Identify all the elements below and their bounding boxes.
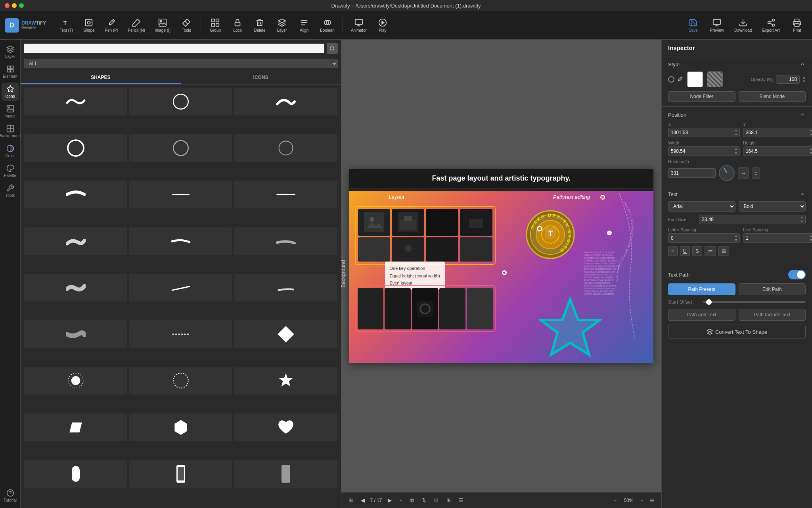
tab-icons[interactable]: ICONS	[181, 71, 341, 84]
font-size-down[interactable]: ▼	[800, 219, 804, 224]
shape-brush-2[interactable]	[234, 88, 337, 115]
add-page-button[interactable]: +	[397, 496, 405, 504]
line-spacing-input[interactable]	[743, 234, 808, 242]
shape-brush-5[interactable]	[129, 227, 232, 255]
sidebar-item-layer[interactable]: Layer	[2, 43, 19, 61]
toolbar-tools[interactable]: Tools	[176, 16, 197, 35]
node-filter-button[interactable]: Node Filter	[668, 91, 735, 102]
path-add-text-button[interactable]: Path Add Text	[668, 309, 735, 321]
shape-heart[interactable]	[234, 414, 337, 441]
toolbar-boolean[interactable]: Boolean	[316, 16, 339, 35]
duplicate-page-button[interactable]: ⧉	[408, 496, 416, 505]
grid-view-button[interactable]: ⊞	[346, 496, 355, 504]
sidebar-item-background[interactable]: Background	[2, 122, 19, 140]
x-input[interactable]	[668, 128, 733, 137]
toolbar-align[interactable]: Align	[294, 16, 314, 35]
shape-star-of-david[interactable]	[234, 367, 337, 394]
strikethrough-button[interactable]: S	[692, 246, 702, 256]
shape-brush-1[interactable]	[24, 88, 127, 115]
control-point-3[interactable]	[607, 231, 612, 235]
shape-line-1[interactable]	[129, 181, 232, 208]
table-button[interactable]: ⊞	[718, 246, 729, 256]
control-point-2[interactable]	[537, 226, 542, 231]
shape-brush-6[interactable]	[234, 227, 337, 255]
bullet-button[interactable]: ≔	[705, 246, 716, 256]
toolbar-download[interactable]: Download	[730, 16, 756, 35]
shape-brush-7[interactable]	[24, 274, 127, 302]
sidebar-item-tutorial[interactable]: Tutorial	[2, 487, 19, 505]
toolbar-group[interactable]: Group	[205, 16, 226, 35]
opacity-input[interactable]	[776, 75, 800, 84]
path-presets-button[interactable]: Path Presets	[668, 283, 735, 295]
next-page-button[interactable]: ▶	[385, 496, 394, 504]
toolbar-save[interactable]: Save	[683, 16, 703, 35]
text-collapse-icon[interactable]	[799, 191, 806, 197]
window-controls[interactable]	[5, 3, 24, 8]
toolbar-layer[interactable]: Layer	[272, 16, 292, 35]
toolbar-delete[interactable]: Delete	[249, 16, 270, 35]
shape-circle-ring-1[interactable]	[24, 134, 127, 162]
text-path-toggle[interactable]	[788, 270, 806, 279]
filter-select[interactable]: ALL Lines Circles Shapes	[24, 59, 338, 68]
height-down[interactable]: ▼	[809, 151, 812, 156]
y-input[interactable]	[743, 128, 808, 137]
font-size-up[interactable]: ▲	[800, 215, 804, 219]
font-weight-select[interactable]: Bold Regular Italic	[739, 201, 806, 212]
offset-slider[interactable]	[703, 301, 806, 303]
toolbar-pencil[interactable]: Pencil (N)	[124, 16, 149, 35]
tab-shapes[interactable]: SHAPES	[21, 71, 181, 84]
prev-page-button[interactable]: ◀	[358, 496, 367, 504]
opacity-up[interactable]: ▲	[802, 75, 806, 79]
fill-type-none[interactable]	[668, 76, 674, 83]
shape-circle-ring-3[interactable]	[234, 134, 337, 162]
width-input[interactable]	[668, 147, 733, 156]
path-include-text-button[interactable]: Path Include Text	[739, 309, 806, 321]
shape-phone-2[interactable]	[234, 460, 337, 488]
toolbar-print[interactable]: Print	[787, 16, 807, 35]
opacity-down[interactable]: ▼	[802, 79, 806, 83]
shape-pill[interactable]	[24, 460, 127, 488]
fill-type-pencil[interactable]	[677, 76, 683, 83]
fit-button[interactable]: ⊕	[647, 496, 657, 504]
search-input[interactable]	[24, 44, 324, 53]
letter-spacing-input[interactable]	[668, 234, 733, 242]
toolbar-export[interactable]: Export Ani	[758, 16, 784, 35]
ls-up[interactable]: ▲	[734, 234, 738, 238]
toolbar-image[interactable]: Image (I)	[151, 16, 174, 35]
toolbar-animator[interactable]: Animator	[347, 16, 371, 35]
offset-knob[interactable]	[706, 299, 712, 305]
close-button[interactable]	[5, 3, 10, 8]
toolbar-text[interactable]: T Text (T)	[56, 16, 77, 35]
edit-path-button[interactable]: Edit Path	[739, 283, 806, 295]
shape-phone[interactable]	[129, 460, 232, 488]
width-down[interactable]: ▼	[734, 151, 738, 156]
y-down[interactable]: ▼	[809, 133, 812, 137]
minimize-button[interactable]	[12, 3, 17, 8]
maximize-button[interactable]	[19, 3, 24, 8]
shape-circle-ring-2[interactable]	[129, 134, 232, 162]
style-collapse-icon[interactable]	[799, 61, 806, 67]
font-size-input[interactable]	[699, 215, 799, 224]
page-settings-button[interactable]: ☰	[456, 496, 466, 504]
shape-circle-dotted[interactable]	[129, 367, 232, 394]
control-point-1[interactable]	[600, 195, 605, 200]
convert-text-to-shape-button[interactable]: Convert Text To Shape	[668, 325, 806, 339]
toolbar-preview[interactable]: Preview	[706, 16, 728, 35]
line-down[interactable]: ▼	[809, 238, 812, 242]
sidebar-item-element[interactable]: Element	[2, 63, 19, 81]
color-swatch-pattern[interactable]	[707, 71, 723, 87]
canvas-document[interactable]: Fast page layout and artistic typography…	[349, 169, 654, 363]
frame-button[interactable]: ⊞	[444, 496, 453, 504]
search-button[interactable]	[327, 43, 338, 54]
font-family-select[interactable]: Arial Helvetica Times New Roman	[668, 201, 735, 212]
shape-brush-9[interactable]	[234, 274, 337, 302]
toolbar-pen[interactable]: Pen (P)	[101, 16, 122, 35]
blend-mode-button[interactable]: Blend Mode	[739, 91, 806, 102]
height-up[interactable]: ▲	[809, 147, 812, 151]
width-up[interactable]: ▲	[734, 147, 738, 151]
x-down[interactable]: ▼	[734, 133, 738, 137]
sidebar-item-icons[interactable]: Icons	[2, 83, 19, 101]
arrange-button[interactable]: ⇅	[419, 496, 429, 504]
shape-line-2[interactable]	[234, 181, 337, 208]
underline-button[interactable]: U	[680, 246, 690, 256]
